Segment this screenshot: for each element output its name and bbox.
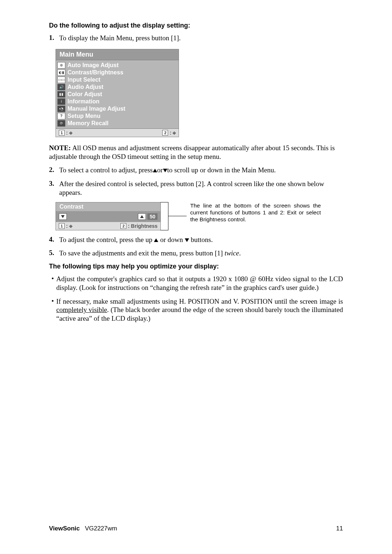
twice-italic: twice xyxy=(225,249,239,257)
step-3: 3. After the desired control is selected… xyxy=(49,180,343,197)
heading-tips: The following tips may help you optimize… xyxy=(49,263,343,270)
color-icon: ▮▮ xyxy=(57,91,65,98)
key-1: 1 xyxy=(59,130,65,136)
step-4-num: 4. xyxy=(49,235,59,244)
step-4: 4. To adjust the control, press the up o… xyxy=(49,235,343,244)
footer-model: VG2227wm xyxy=(85,525,117,532)
info-icon: i xyxy=(57,98,65,105)
audio-icon: 🔊 xyxy=(57,84,65,90)
osd-main-menu: Main Menu ⊕Auto Image Adjust ◐▮Contrast/… xyxy=(56,49,179,137)
down-control-icon xyxy=(59,213,67,220)
manual-image-icon: ▪◔ xyxy=(57,106,65,112)
down-arrow-icon xyxy=(163,169,167,172)
key-1: 1 xyxy=(59,223,65,229)
side-note: The line at the bottom of the screen sho… xyxy=(190,202,321,223)
osd-title: Main Menu xyxy=(56,49,179,60)
osd-item: Color Adjust xyxy=(68,91,102,98)
osd-item: Input Select xyxy=(68,77,101,83)
step-5-num: 5. xyxy=(49,249,59,258)
step-1-num: 1. xyxy=(49,34,59,42)
contrast-icon: ◐▮ xyxy=(57,69,65,76)
step-5: 5. To save the adjustments and exit the … xyxy=(49,249,343,258)
step-3-text: After the desired control is selected, p… xyxy=(59,180,343,197)
contrast-osd-title: Contrast xyxy=(56,202,160,211)
memory-recall-icon: ⟳ xyxy=(57,120,65,127)
key-2: 2 xyxy=(162,130,168,136)
heading-adjust: Do the following to adjust the display s… xyxy=(49,22,343,29)
callout-bracket xyxy=(160,202,168,230)
note-text: All OSD menus and adjustment screens dis… xyxy=(49,144,335,160)
osd-item: Contrast/Brightness xyxy=(68,69,123,76)
up-arrow-icon xyxy=(153,169,157,172)
note-label: NOTE: xyxy=(49,144,71,152)
callout-connector xyxy=(168,216,187,216)
key-2: 2 xyxy=(121,223,126,229)
step-4-text: To adjust the control, press the up or d… xyxy=(59,235,213,244)
bullet-1-text: Adjust the computer's graphics card so t… xyxy=(56,275,343,292)
bullet-dot: • xyxy=(49,275,56,292)
contrast-value: 50 xyxy=(147,213,158,220)
osd-item: Audio Adjust xyxy=(68,84,103,90)
step-1: 1. To display the Main Menu, press butto… xyxy=(49,34,343,42)
footer-brand: ViewSonic xyxy=(49,525,80,532)
osd-item: Information xyxy=(68,98,99,105)
note-paragraph: NOTE: All OSD menus and adjustment scree… xyxy=(49,144,343,161)
footer-page-number: 11 xyxy=(336,525,343,532)
step-2-num: 2. xyxy=(49,166,59,175)
bullet-2: • If necessary, make small adjustments u… xyxy=(49,297,343,323)
brightness-label: : Brightness xyxy=(128,223,158,229)
osd-item: Manual Image Adjust xyxy=(68,106,125,112)
step-2-text: To select a control to adjust, pressorto… xyxy=(59,166,276,175)
contrast-osd-footer: 1 : ⎆ 2: Brightness xyxy=(56,222,160,230)
up-control-icon xyxy=(138,213,146,220)
step-1-text: To display the Main Menu, press button [… xyxy=(59,34,181,42)
osd-body: ⊕Auto Image Adjust ◐▮Contrast/Brightness… xyxy=(56,60,179,129)
osd-item: Auto Image Adjust xyxy=(68,62,119,69)
step-5-text: To save the adjustments and exit the men… xyxy=(59,249,241,258)
bullet-2-text: If necessary, make small adjustments usi… xyxy=(56,297,343,323)
contrast-osd: Contrast 50 1 : ⎆ 2: Brightness xyxy=(56,202,161,230)
contrast-figure: Contrast 50 1 : ⎆ 2: Brightness The line… xyxy=(56,202,343,230)
down-arrow-icon xyxy=(185,238,189,242)
setup-icon: ? xyxy=(57,113,65,119)
osd-item: Memory Recall xyxy=(68,120,109,127)
osd-footer: 1 : ⎆ 2 : ⎆ xyxy=(56,129,179,137)
step-2: 2. To select a control to adjust, presso… xyxy=(49,166,343,175)
bullet-dot: • xyxy=(49,297,56,323)
completely-visible: completely visible xyxy=(56,306,107,313)
page-footer: ViewSonic VG2227wm 11 xyxy=(49,525,343,532)
bullet-1: • Adjust the computer's graphics card so… xyxy=(49,275,343,292)
auto-image-icon: ⊕ xyxy=(57,62,65,69)
up-arrow-icon xyxy=(154,238,158,242)
input-select-icon: ▭▭ xyxy=(57,77,65,83)
step-3-num: 3. xyxy=(49,180,59,197)
osd-item: Setup Menu xyxy=(68,113,101,119)
